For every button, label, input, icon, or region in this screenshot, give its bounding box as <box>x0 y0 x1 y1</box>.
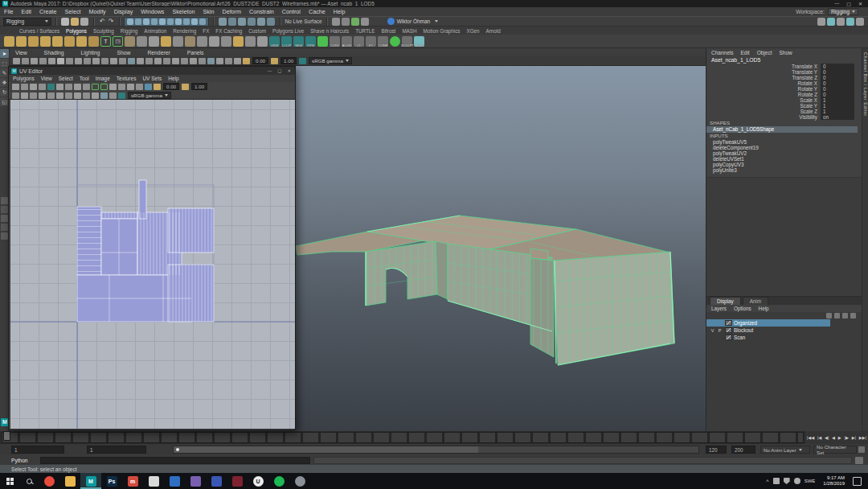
uv-toolbar-icon[interactable] <box>12 92 19 99</box>
attribute-value-field[interactable]: 0 <box>821 80 854 86</box>
new-layer-icon[interactable] <box>850 313 856 318</box>
viewport-toolbar-icon[interactable] <box>199 58 206 64</box>
render-icon[interactable] <box>342 18 350 26</box>
viewport-toolbar-icon[interactable] <box>110 58 117 64</box>
selection-mask-field[interactable] <box>124 17 209 27</box>
menu-item[interactable]: Modify <box>89 8 106 15</box>
current-frame-marker[interactable] <box>3 431 10 441</box>
uv-menu-item[interactable]: Textures <box>117 76 137 81</box>
layer-editor-menu-item[interactable]: Options <box>734 306 751 311</box>
shelf-tool-icon[interactable] <box>28 36 39 47</box>
shelf-tool-icon[interactable]: T <box>100 36 111 47</box>
uv-menu-item[interactable]: Polygons <box>13 76 35 81</box>
viewport-toolbar-icon[interactable] <box>190 58 197 64</box>
shelf-tool-icon[interactable]: SEW <box>293 36 304 47</box>
selected-object-name[interactable]: Aset_ncab_1_LOD5 <box>706 56 868 64</box>
sidebar-toggle-icon[interactable] <box>827 18 835 26</box>
viewport-menu-item[interactable]: Shading <box>44 50 64 55</box>
layout-preset-icon[interactable] <box>1 206 8 213</box>
menu-item[interactable]: Skeleton <box>172 8 194 15</box>
layer-type-chip[interactable] <box>725 320 732 326</box>
shelf-tool-icon[interactable] <box>149 36 159 47</box>
attribute-label[interactable]: Scale Z <box>706 109 821 114</box>
shelf-tool-icon[interactable]: SCULPT <box>402 36 412 47</box>
taskbar-app-maya[interactable]: M <box>80 473 101 489</box>
snap-icon[interactable] <box>248 18 256 26</box>
taskbar-app-3ds-max[interactable] <box>185 473 206 489</box>
range-handle[interactable] <box>176 448 179 451</box>
sidebar-toggle-icon[interactable] <box>837 18 845 26</box>
viewport-toolbar-icon[interactable] <box>172 58 179 64</box>
view-transform-dropdown[interactable]: sRGB gamma <box>309 57 352 64</box>
close-button[interactable]: ✕ <box>858 1 862 6</box>
shape-node-row[interactable]: Aset_nCab_1_LOD5Shape <box>706 126 858 133</box>
selection-mask-icon[interactable] <box>191 18 198 25</box>
auto-keyframe-icon[interactable] <box>858 446 865 453</box>
shelf-tool-icon[interactable] <box>4 36 14 47</box>
selection-mask-icon[interactable] <box>183 18 190 25</box>
attribute-value-field[interactable]: 0 <box>821 69 854 75</box>
sidebar-toggle-icon[interactable] <box>846 18 854 26</box>
uv-toolbar-icon[interactable] <box>136 84 143 90</box>
playback-button[interactable]: |◀ <box>817 435 821 440</box>
shelf-tool-icon[interactable]: PIPE <box>305 36 316 47</box>
file-icon[interactable] <box>61 18 69 26</box>
attribute-label[interactable]: Rotate X <box>706 80 821 86</box>
selection-mask-icon[interactable] <box>167 18 174 25</box>
workspace-dropdown[interactable]: Rigging <box>828 8 858 15</box>
shelf-tab[interactable]: FX Caching <box>215 28 242 34</box>
viewport-toolbar-icon[interactable] <box>234 58 241 64</box>
notification-center-icon[interactable] <box>853 477 862 486</box>
uv-toolbar-icon[interactable] <box>47 92 55 99</box>
uv-brightness-field[interactable]: 1.00 <box>191 83 207 90</box>
layer-type-chip[interactable] <box>725 327 732 333</box>
brightness-icon[interactable] <box>182 84 189 90</box>
playback-button[interactable]: |▶ <box>845 435 849 440</box>
shelf-tab[interactable]: Animation <box>144 28 166 34</box>
attribute-label[interactable]: Rotate Y <box>706 86 821 92</box>
uv-toolbar-icon[interactable] <box>127 84 134 90</box>
attribute-value-field[interactable]: 0 <box>821 75 854 80</box>
selection-mask-icon[interactable] <box>175 18 182 25</box>
attribute-label[interactable]: Translate X <box>706 64 821 69</box>
menu-item[interactable]: File <box>4 8 14 15</box>
uv-toolbar-icon[interactable] <box>47 84 55 90</box>
shelf-tab[interactable]: Arnold <box>486 28 501 34</box>
input-node-row[interactable]: polyCopyUV3 <box>706 162 868 167</box>
taskbar-app-spotify[interactable] <box>268 473 289 489</box>
undo-redo-icon[interactable]: ↷ <box>108 18 114 26</box>
uv-rotate-field[interactable]: 0.00 <box>163 83 179 90</box>
viewport-toolbar-icon[interactable] <box>22 58 29 64</box>
shelf-tool-icon[interactable] <box>233 36 244 47</box>
playback-button[interactable]: ▶| <box>852 435 856 440</box>
taskbar-app-file-explorer[interactable] <box>59 473 80 489</box>
uv-editor-titlebar[interactable]: M UV Editor — ▢ ✕ <box>9 67 295 75</box>
snap-icon[interactable] <box>267 18 275 26</box>
viewport-toolbar-icon[interactable] <box>119 58 126 64</box>
shelf-tool-icon[interactable]: UNW <box>269 36 280 47</box>
file-icon[interactable] <box>80 18 88 26</box>
viewport-toolbar-icon[interactable] <box>181 58 188 64</box>
viewport-toolbar-icon[interactable] <box>92 58 100 64</box>
range-bar[interactable] <box>173 446 699 454</box>
shelf-tab[interactable]: Sculpting <box>93 28 114 34</box>
channel-box-menu-item[interactable]: Channels <box>711 50 733 55</box>
settings-icon[interactable] <box>794 478 800 484</box>
viewport-toolbar-icon[interactable] <box>145 58 153 64</box>
menu-item[interactable]: Deform <box>222 8 241 15</box>
viewport-menu-item[interactable]: View <box>15 50 27 55</box>
shelf-tool-icon[interactable] <box>185 36 195 47</box>
shelf-tool-icon[interactable]: LT <box>354 36 364 47</box>
sidebar-toggle-icon[interactable] <box>817 18 825 26</box>
menu-item[interactable]: Constrain <box>249 8 274 15</box>
tab-channel-box-layer-editor[interactable]: Channel Box / Layer Editor <box>863 48 868 117</box>
taskbar-app-teams[interactable] <box>206 473 227 489</box>
timeline-ticks[interactable] <box>2 432 804 443</box>
channel-box-menu-item[interactable]: Object <box>757 50 772 55</box>
shelf-tab[interactable]: XGen <box>466 28 479 34</box>
uv-toolbar-icon[interactable] <box>74 84 81 90</box>
uv-canvas[interactable] <box>10 100 295 429</box>
taskbar-app-unreal-engine[interactable]: U <box>248 473 268 489</box>
uv-toolbar-icon[interactable] <box>65 84 72 90</box>
layout-preset-icon[interactable] <box>1 197 8 204</box>
